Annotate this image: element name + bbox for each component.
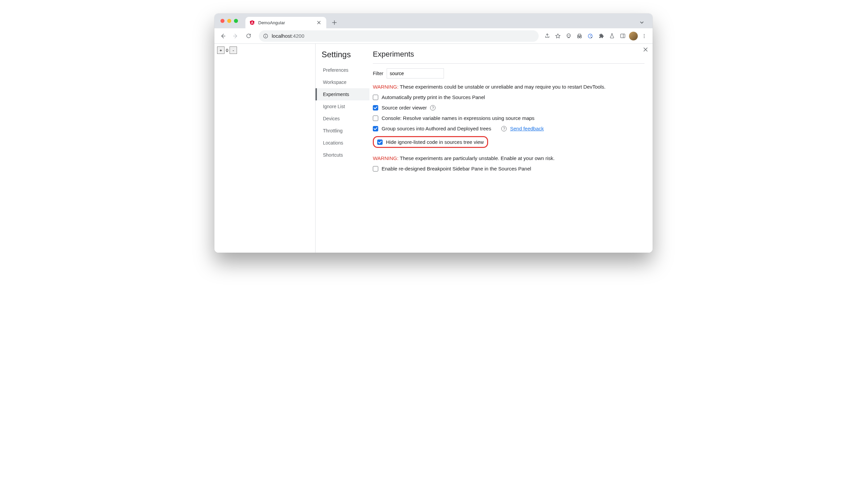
filter-label: Filter bbox=[373, 71, 383, 76]
checkbox-hide-ignore[interactable] bbox=[377, 140, 383, 145]
forward-button[interactable] bbox=[230, 30, 242, 42]
experiment-auto-pretty-print: Automatically pretty print in the Source… bbox=[373, 94, 644, 100]
experiment-label: Automatically pretty print in the Source… bbox=[382, 94, 485, 100]
highlight-annotation: Hide ignore-listed code in sources tree … bbox=[373, 136, 488, 148]
minimize-window-button[interactable] bbox=[227, 19, 231, 23]
nav-locations[interactable]: Locations bbox=[315, 137, 370, 149]
site-info-icon[interactable] bbox=[263, 33, 268, 39]
close-tab-button[interactable] bbox=[316, 20, 322, 25]
back-button[interactable] bbox=[217, 30, 228, 42]
checkbox-auto-pretty[interactable] bbox=[373, 95, 378, 100]
nav-experiments[interactable]: Experiments bbox=[315, 88, 370, 100]
counter-value: 0 bbox=[225, 48, 229, 53]
browser-tab[interactable]: DemoAngular bbox=[245, 17, 326, 28]
counter-widget: + 0 - bbox=[217, 46, 312, 54]
warning-text: These experiments could be unstable or u… bbox=[398, 84, 606, 90]
svg-point-4 bbox=[568, 35, 568, 36]
experiment-console-resolve: Console: Resolve variable names in expre… bbox=[373, 115, 644, 121]
warning-line-1: WARNING: These experiments could be unst… bbox=[373, 84, 644, 90]
extensions-puzzle-icon[interactable] bbox=[596, 31, 606, 41]
nav-workspace[interactable]: Workspace bbox=[315, 76, 370, 88]
experiment-label: Enable re-designed Breakpoint Sidebar Pa… bbox=[382, 166, 531, 172]
page-viewport: + 0 - bbox=[214, 44, 315, 253]
tab-strip: DemoAngular bbox=[214, 13, 653, 28]
experiment-source-order-viewer: Source order viewer ? bbox=[373, 105, 644, 110]
svg-point-7 bbox=[580, 36, 581, 38]
svg-rect-11 bbox=[621, 34, 625, 38]
warning-prefix: WARNING: bbox=[373, 84, 398, 90]
decrement-button[interactable]: - bbox=[229, 46, 237, 54]
experiment-group-sources: Group sources into Authored and Deployed… bbox=[373, 126, 644, 131]
experiment-label: Group sources into Authored and Deployed… bbox=[382, 126, 491, 131]
svg-point-6 bbox=[577, 36, 579, 38]
tab-list-button[interactable] bbox=[637, 18, 646, 27]
warning-line-2: WARNING: These experiments are particula… bbox=[373, 155, 644, 161]
nav-throttling[interactable]: Throttling bbox=[315, 125, 370, 137]
experiment-label: Console: Resolve variable names in expre… bbox=[382, 115, 535, 121]
settings-title: Settings bbox=[315, 50, 370, 64]
svg-rect-2 bbox=[265, 36, 266, 37]
experiment-hide-ignore-listed: Hide ignore-listed code in sources tree … bbox=[373, 136, 644, 148]
bookmark-icon[interactable] bbox=[553, 31, 563, 41]
nav-shortcuts[interactable]: Shortcuts bbox=[315, 149, 370, 161]
nav-ignore-list[interactable]: Ignore List bbox=[315, 100, 370, 112]
experiment-breakpoint-sidebar: Enable re-designed Breakpoint Sidebar Pa… bbox=[373, 166, 644, 172]
experiment-label: Source order viewer bbox=[382, 105, 427, 110]
svg-point-3 bbox=[567, 34, 571, 37]
experiments-heading: Experiments bbox=[373, 50, 644, 59]
toolbar-actions bbox=[542, 31, 650, 41]
help-icon[interactable]: ? bbox=[430, 105, 436, 110]
extension-lighthouse-icon[interactable] bbox=[585, 31, 595, 41]
close-settings-button[interactable] bbox=[643, 47, 648, 52]
checkbox-bp-sidebar[interactable] bbox=[373, 166, 378, 172]
send-feedback-link[interactable]: Send feedback bbox=[510, 126, 544, 131]
reload-button[interactable] bbox=[243, 30, 254, 42]
close-window-button[interactable] bbox=[221, 19, 225, 23]
new-tab-button[interactable] bbox=[330, 18, 339, 27]
angular-favicon-icon bbox=[249, 20, 255, 25]
extension-skull-icon[interactable] bbox=[564, 31, 574, 41]
svg-point-1 bbox=[265, 35, 266, 35]
experiment-label: Hide ignore-listed code in sources tree … bbox=[386, 139, 484, 145]
svg-point-5 bbox=[569, 35, 570, 36]
url-text: localhost:4200 bbox=[272, 33, 304, 39]
devtools-settings-panel: Settings Preferences Workspace Experimen… bbox=[315, 44, 653, 253]
kebab-menu-icon[interactable] bbox=[639, 31, 649, 41]
checkbox-console-resolve[interactable] bbox=[373, 116, 378, 121]
settings-sidebar: Settings Preferences Workspace Experimen… bbox=[315, 44, 370, 253]
window-controls bbox=[218, 13, 245, 28]
svg-point-10 bbox=[591, 37, 592, 38]
address-bar[interactable]: localhost:4200 bbox=[259, 30, 539, 42]
warning-prefix: WARNING: bbox=[373, 155, 398, 161]
svg-point-9 bbox=[590, 35, 591, 36]
nav-preferences[interactable]: Preferences bbox=[315, 64, 370, 76]
profile-avatar[interactable] bbox=[628, 31, 639, 41]
share-icon[interactable] bbox=[542, 31, 552, 41]
svg-point-14 bbox=[644, 37, 644, 38]
warning-text: These experiments are particularly unsta… bbox=[398, 155, 555, 161]
help-icon[interactable]: ? bbox=[501, 126, 507, 131]
browser-window: DemoAngular localhost:4200 bbox=[214, 13, 653, 253]
checkbox-source-order[interactable] bbox=[373, 105, 378, 110]
maximize-window-button[interactable] bbox=[234, 19, 238, 23]
divider bbox=[373, 63, 644, 64]
content-area: + 0 - Settings Preferences Workspace Exp… bbox=[214, 44, 653, 253]
filter-row: Filter bbox=[373, 68, 644, 78]
increment-button[interactable]: + bbox=[217, 46, 225, 54]
toolbar: localhost:4200 bbox=[214, 28, 653, 44]
checkbox-group-sources[interactable] bbox=[373, 126, 378, 131]
svg-point-12 bbox=[644, 34, 644, 35]
nav-devices[interactable]: Devices bbox=[315, 112, 370, 125]
extension-incognito-icon[interactable] bbox=[575, 31, 585, 41]
tab-title: DemoAngular bbox=[258, 20, 285, 25]
side-panel-icon[interactable] bbox=[618, 31, 628, 41]
filter-input[interactable] bbox=[387, 68, 444, 78]
labs-flask-icon[interactable] bbox=[607, 31, 617, 41]
svg-point-13 bbox=[644, 35, 644, 36]
settings-main: Experiments Filter WARNING: These experi… bbox=[370, 44, 653, 253]
